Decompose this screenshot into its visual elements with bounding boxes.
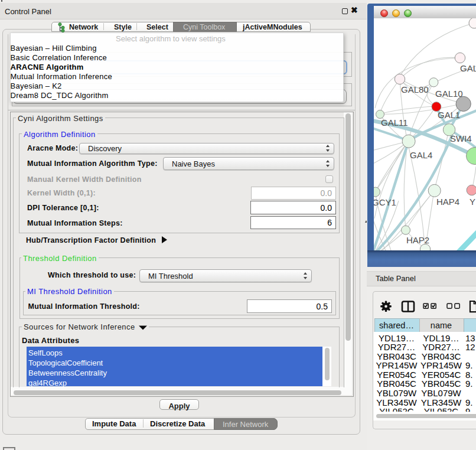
svg-text:GCY1: GCY1 <box>374 197 396 207</box>
svg-text:SWI4: SWI4 <box>450 133 472 144</box>
svg-text:GAL1: GAL1 <box>438 110 460 120</box>
svg-text:GAL4: GAL4 <box>410 150 432 160</box>
svg-text:GAL80: GAL80 <box>401 84 429 94</box>
svg-text:HAP4: HAP4 <box>436 197 459 207</box>
svg-text:HAP2: HAP2 <box>406 235 429 245</box>
svg-text:GAL: GAL <box>460 63 476 73</box>
svg-text:GAL11: GAL11 <box>381 118 408 128</box>
svg-text:Y: Y <box>470 197 475 207</box>
svg-text:GAL10: GAL10 <box>435 89 463 99</box>
